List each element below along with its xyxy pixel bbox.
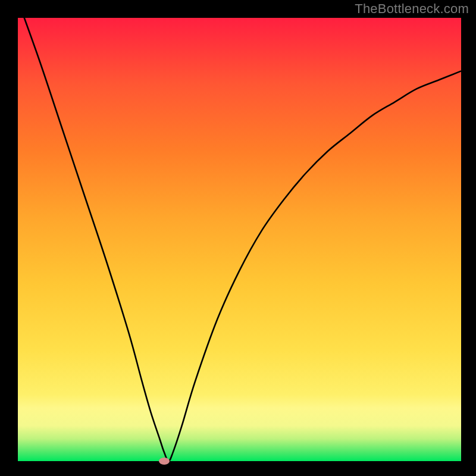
- bottleneck-curve: [18, 0, 461, 461]
- curve-svg: [18, 18, 461, 461]
- minimum-marker: [159, 458, 170, 465]
- watermark-text: TheBottleneck.com: [355, 1, 469, 17]
- plot-area: [18, 18, 461, 461]
- chart-frame: TheBottleneck.com: [0, 0, 476, 476]
